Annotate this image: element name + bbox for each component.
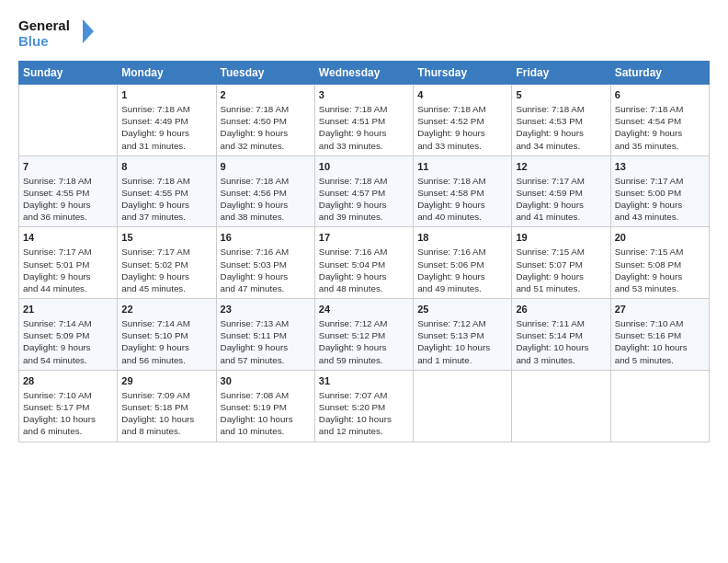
calendar-cell: 20Sunrise: 7:15 AMSunset: 5:08 PMDayligh…: [610, 227, 709, 299]
week-row-3: 14Sunrise: 7:17 AMSunset: 5:01 PMDayligh…: [19, 227, 710, 299]
calendar-cell: 31Sunrise: 7:07 AMSunset: 5:20 PMDayligh…: [314, 370, 413, 442]
day-info: Sunrise: 7:18 AMSunset: 4:54 PMDaylight:…: [615, 103, 705, 152]
calendar-cell: 13Sunrise: 7:17 AMSunset: 5:00 PMDayligh…: [610, 155, 709, 227]
day-number: 6: [615, 88, 705, 102]
day-number: 17: [319, 231, 409, 245]
day-info: Sunrise: 7:14 AMSunset: 5:09 PMDaylight:…: [23, 317, 113, 366]
calendar-cell: 10Sunrise: 7:18 AMSunset: 4:57 PMDayligh…: [314, 155, 413, 227]
day-number: 11: [417, 160, 507, 174]
col-header-saturday: Saturday: [610, 62, 709, 85]
week-row-1: 1Sunrise: 7:18 AMSunset: 4:49 PMDaylight…: [19, 85, 710, 156]
day-info: Sunrise: 7:18 AMSunset: 4:50 PMDaylight:…: [221, 103, 311, 152]
calendar-cell: 22Sunrise: 7:14 AMSunset: 5:10 PMDayligh…: [118, 299, 216, 371]
calendar-cell: 8Sunrise: 7:18 AMSunset: 4:55 PMDaylight…: [118, 155, 216, 227]
calendar-cell: 9Sunrise: 7:18 AMSunset: 4:56 PMDaylight…: [216, 155, 314, 227]
day-info: Sunrise: 7:17 AMSunset: 5:02 PMDaylight:…: [121, 246, 211, 294]
week-row-5: 28Sunrise: 7:10 AMSunset: 5:17 PMDayligh…: [19, 370, 710, 442]
day-info: Sunrise: 7:16 AMSunset: 5:03 PMDaylight:…: [221, 246, 311, 294]
day-number: 12: [516, 160, 606, 174]
day-info: Sunrise: 7:18 AMSunset: 4:55 PMDaylight:…: [121, 175, 211, 224]
calendar-cell: 7Sunrise: 7:18 AMSunset: 4:55 PMDaylight…: [19, 155, 118, 227]
day-info: Sunrise: 7:12 AMSunset: 5:12 PMDaylight:…: [319, 317, 409, 366]
col-header-monday: Monday: [118, 62, 216, 85]
calendar-cell: [512, 370, 610, 442]
calendar-cell: 23Sunrise: 7:13 AMSunset: 5:11 PMDayligh…: [216, 299, 314, 371]
day-number: 9: [221, 160, 311, 174]
day-number: 3: [319, 88, 409, 102]
day-info: Sunrise: 7:18 AMSunset: 4:58 PMDaylight:…: [417, 175, 507, 224]
day-info: Sunrise: 7:18 AMSunset: 4:56 PMDaylight:…: [221, 175, 311, 224]
week-row-2: 7Sunrise: 7:18 AMSunset: 4:55 PMDaylight…: [19, 155, 710, 227]
day-number: 21: [23, 303, 113, 316]
day-info: Sunrise: 7:10 AMSunset: 5:17 PMDaylight:…: [23, 389, 113, 438]
day-number: 13: [615, 160, 705, 174]
day-number: 16: [221, 231, 311, 245]
day-info: Sunrise: 7:18 AMSunset: 4:57 PMDaylight:…: [319, 175, 409, 224]
calendar-cell: 6Sunrise: 7:18 AMSunset: 4:54 PMDaylight…: [610, 85, 709, 156]
calendar-cell: 21Sunrise: 7:14 AMSunset: 5:09 PMDayligh…: [19, 299, 118, 371]
day-number: 29: [121, 374, 211, 388]
day-info: Sunrise: 7:18 AMSunset: 4:55 PMDaylight:…: [23, 175, 113, 224]
day-info: Sunrise: 7:09 AMSunset: 5:18 PMDaylight:…: [121, 389, 211, 438]
day-number: 23: [221, 303, 311, 316]
logo: GeneralBlue: [18, 15, 101, 52]
page: GeneralBlue SundayMondayTuesdayWednesday…: [0, 0, 728, 563]
day-info: Sunrise: 7:10 AMSunset: 5:16 PMDaylight:…: [615, 317, 705, 366]
calendar-cell: 11Sunrise: 7:18 AMSunset: 4:58 PMDayligh…: [414, 155, 512, 227]
day-number: 4: [417, 88, 507, 102]
col-header-wednesday: Wednesday: [314, 62, 413, 85]
day-number: 25: [417, 303, 507, 316]
calendar-cell: [414, 370, 512, 442]
calendar-cell: 16Sunrise: 7:16 AMSunset: 5:03 PMDayligh…: [216, 227, 314, 299]
calendar-cell: 19Sunrise: 7:15 AMSunset: 5:07 PMDayligh…: [512, 227, 610, 299]
day-number: 5: [516, 88, 606, 102]
header-row: SundayMondayTuesdayWednesdayThursdayFrid…: [19, 62, 710, 85]
day-number: 26: [516, 303, 606, 316]
calendar-cell: 4Sunrise: 7:18 AMSunset: 4:52 PMDaylight…: [414, 85, 512, 156]
calendar-cell: [610, 370, 709, 442]
col-header-sunday: Sunday: [19, 62, 118, 85]
day-number: 22: [121, 303, 211, 316]
calendar-cell: 25Sunrise: 7:12 AMSunset: 5:13 PMDayligh…: [414, 299, 512, 371]
calendar-cell: 5Sunrise: 7:18 AMSunset: 4:53 PMDaylight…: [512, 85, 610, 156]
day-number: 8: [121, 160, 211, 174]
day-info: Sunrise: 7:18 AMSunset: 4:52 PMDaylight:…: [417, 103, 507, 152]
day-number: 2: [221, 88, 311, 102]
calendar-cell: 17Sunrise: 7:16 AMSunset: 5:04 PMDayligh…: [314, 227, 413, 299]
logo-svg: GeneralBlue: [18, 15, 101, 52]
day-info: Sunrise: 7:16 AMSunset: 5:06 PMDaylight:…: [417, 246, 507, 294]
day-info: Sunrise: 7:16 AMSunset: 5:04 PMDaylight:…: [319, 246, 409, 294]
day-number: 30: [221, 374, 311, 388]
day-info: Sunrise: 7:18 AMSunset: 4:53 PMDaylight:…: [516, 103, 606, 152]
day-number: 1: [121, 88, 211, 102]
day-number: 27: [615, 303, 705, 316]
calendar-cell: 27Sunrise: 7:10 AMSunset: 5:16 PMDayligh…: [610, 299, 709, 371]
svg-text:Blue: Blue: [18, 33, 49, 49]
day-info: Sunrise: 7:18 AMSunset: 4:49 PMDaylight:…: [121, 103, 211, 152]
day-info: Sunrise: 7:15 AMSunset: 5:08 PMDaylight:…: [615, 246, 705, 294]
day-number: 31: [319, 374, 409, 388]
day-info: Sunrise: 7:17 AMSunset: 5:01 PMDaylight:…: [23, 246, 113, 294]
day-number: 20: [615, 231, 705, 245]
day-number: 7: [23, 160, 113, 174]
calendar-cell: [19, 85, 118, 156]
day-info: Sunrise: 7:17 AMSunset: 4:59 PMDaylight:…: [516, 175, 606, 224]
week-row-4: 21Sunrise: 7:14 AMSunset: 5:09 PMDayligh…: [19, 299, 710, 371]
calendar-cell: 18Sunrise: 7:16 AMSunset: 5:06 PMDayligh…: [414, 227, 512, 299]
day-number: 10: [319, 160, 409, 174]
calendar-cell: 3Sunrise: 7:18 AMSunset: 4:51 PMDaylight…: [314, 85, 413, 156]
calendar-cell: 12Sunrise: 7:17 AMSunset: 4:59 PMDayligh…: [512, 155, 610, 227]
day-info: Sunrise: 7:07 AMSunset: 5:20 PMDaylight:…: [319, 389, 409, 438]
calendar-cell: 30Sunrise: 7:08 AMSunset: 5:19 PMDayligh…: [216, 370, 314, 442]
svg-text:General: General: [18, 17, 70, 33]
day-info: Sunrise: 7:08 AMSunset: 5:19 PMDaylight:…: [221, 389, 311, 438]
calendar-cell: 29Sunrise: 7:09 AMSunset: 5:18 PMDayligh…: [118, 370, 216, 442]
day-info: Sunrise: 7:12 AMSunset: 5:13 PMDaylight:…: [417, 317, 507, 366]
day-info: Sunrise: 7:17 AMSunset: 5:00 PMDaylight:…: [615, 175, 705, 224]
calendar-cell: 14Sunrise: 7:17 AMSunset: 5:01 PMDayligh…: [19, 227, 118, 299]
calendar-cell: 15Sunrise: 7:17 AMSunset: 5:02 PMDayligh…: [118, 227, 216, 299]
svg-marker-2: [83, 19, 94, 43]
day-number: 18: [417, 231, 507, 245]
calendar-cell: 24Sunrise: 7:12 AMSunset: 5:12 PMDayligh…: [314, 299, 413, 371]
day-number: 15: [121, 231, 211, 245]
